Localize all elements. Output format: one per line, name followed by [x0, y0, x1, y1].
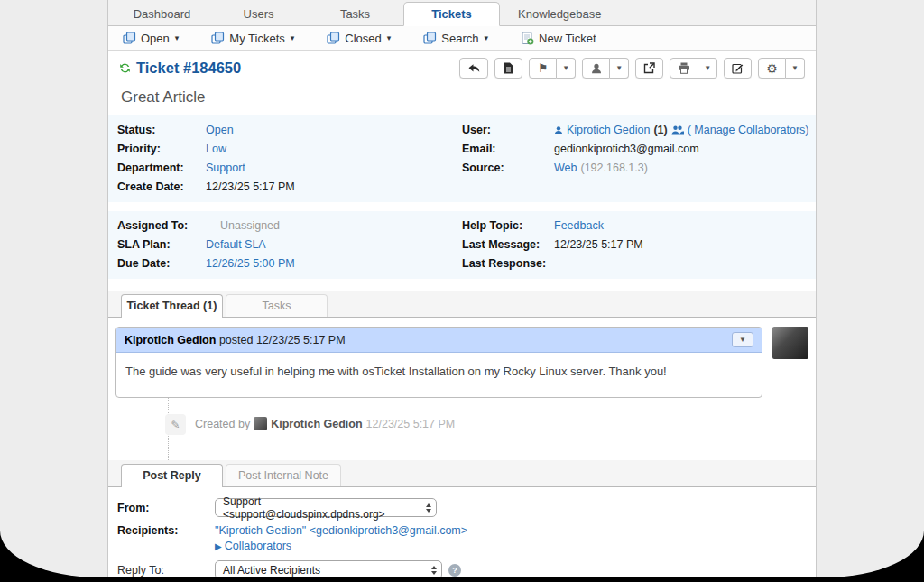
- reply-tab-strip: Post Reply Post Internal Note: [108, 460, 816, 487]
- source-ip: (192.168.1.3): [580, 159, 647, 178]
- ticket-header: Ticket #184650 ⚑ ▼ ▼ ▼ ⚙ ▼: [108, 51, 816, 82]
- collaborators-link[interactable]: Collaborators: [225, 540, 291, 552]
- source-value-link[interactable]: Web: [554, 159, 577, 178]
- user-ticket-count: (1): [653, 121, 667, 140]
- details-right-column: User: Kiprotich Gedion (1) ( Manage Coll…: [462, 121, 807, 197]
- event-spacer: [116, 435, 808, 460]
- recipients-label: Recipients:: [117, 524, 215, 537]
- reply-button[interactable]: [459, 58, 488, 79]
- priority-value-link[interactable]: Low: [206, 140, 226, 159]
- edit-button[interactable]: [724, 58, 752, 79]
- reply-to-select[interactable]: All Active Recipients: [215, 560, 442, 577]
- gear-icon: ⚙: [766, 62, 778, 75]
- assign-user-button[interactable]: [582, 58, 610, 79]
- toolbar-new-ticket-label: New Ticket: [539, 32, 596, 45]
- recipients-row: Recipients: "Kiprotich Gedion" <gedionki…: [117, 524, 816, 537]
- more-button-group: ⚙ ▼: [758, 58, 805, 79]
- from-select-value: Support <support@cloudspinx.dpdns.org>: [223, 495, 419, 521]
- refresh-icon[interactable]: [119, 62, 131, 74]
- last-message-label: Last Message:: [462, 236, 554, 254]
- from-label: From:: [117, 502, 215, 514]
- tickets-toolbar: Open ▾ My Tickets ▾ Closed ▾ Search ▾ Ne…: [108, 26, 816, 51]
- nav-tab-knowledgebase[interactable]: Knowledgebase: [500, 3, 620, 25]
- nav-tab-tasks[interactable]: Tasks: [307, 3, 403, 25]
- tab-post-reply[interactable]: Post Reply: [121, 464, 223, 487]
- status-value-link[interactable]: Open: [206, 121, 234, 140]
- reply-arrow-icon: [467, 63, 480, 74]
- nav-tab-tickets[interactable]: Tickets: [403, 2, 500, 26]
- user-name-link[interactable]: Kiprotich Gedion: [567, 121, 650, 140]
- sla-plan-label: SLA Plan:: [117, 236, 206, 254]
- collaborators-group-icon: [671, 125, 684, 135]
- printer-icon: [678, 62, 690, 74]
- reply-to-row: Reply To: All Active Recipients ?: [117, 560, 816, 577]
- assign-button-group: ▼: [582, 58, 629, 79]
- nav-tab-dashboard[interactable]: Dashboard: [114, 3, 210, 25]
- toolbar-new-ticket-button[interactable]: New Ticket: [521, 32, 596, 45]
- toolbar-open-menu[interactable]: Open ▾: [123, 32, 179, 45]
- email-value: gedionkiprotich3@gmail.com: [554, 140, 699, 159]
- tickets-stack-icon: [423, 32, 437, 44]
- export-button[interactable]: [635, 58, 663, 79]
- settings-button[interactable]: ⚙: [758, 58, 786, 79]
- sla-plan-value-link[interactable]: Default SLA: [206, 236, 266, 254]
- person-icon: [591, 63, 602, 74]
- ticket-subject: Great Article: [108, 82, 816, 115]
- source-label: Source:: [462, 159, 554, 178]
- flag-dropdown-caret[interactable]: ▼: [557, 58, 576, 79]
- nav-tab-users[interactable]: Users: [210, 3, 307, 25]
- chevron-down-icon: ▾: [175, 33, 180, 42]
- toolbar-search-label: Search: [441, 32, 478, 45]
- flag-button[interactable]: ⚑: [529, 58, 557, 79]
- assign-dropdown-caret[interactable]: ▼: [610, 58, 629, 79]
- screenshot-root: { "nav": { "tabs": [ {"label": "Dashboar…: [0, 0, 924, 582]
- settings-dropdown-caret[interactable]: ▼: [786, 58, 805, 79]
- toolbar-search-menu[interactable]: Search ▾: [423, 32, 488, 45]
- print-dropdown-caret[interactable]: ▼: [698, 58, 717, 79]
- help-topic-label: Help Topic:: [462, 217, 554, 236]
- thread-message-header: Kiprotich Gedion posted 12/23/25 5:17 PM…: [116, 328, 762, 353]
- ticket-action-buttons: ⚑ ▼ ▼ ▼ ⚙ ▼: [459, 58, 805, 79]
- reply-to-select-value: All Active Recipients: [223, 564, 320, 577]
- tab-tasks[interactable]: Tasks: [226, 294, 328, 317]
- ticket-number-title: Ticket #184650: [136, 60, 241, 77]
- flag-button-group: ⚑ ▼: [529, 58, 576, 79]
- tab-ticket-thread[interactable]: Ticket Thread (1): [121, 294, 223, 318]
- reply-to-label: Reply To:: [117, 564, 215, 577]
- priority-label: Priority:: [117, 140, 206, 159]
- thread-options-caret[interactable]: ▼: [732, 332, 753, 347]
- created-by-name: Kiprotich Gedion: [271, 418, 362, 430]
- thread-entry: Kiprotich Gedion posted 12/23/25 5:17 PM…: [116, 327, 808, 398]
- post-note-button[interactable]: [494, 58, 522, 79]
- status-label: Status:: [117, 121, 206, 140]
- from-select[interactable]: Support <support@cloudspinx.dpdns.org>: [215, 498, 437, 517]
- help-topic-value-link[interactable]: Feedback: [554, 217, 604, 236]
- user-avatar-photo: [772, 327, 808, 359]
- department-value-link[interactable]: Support: [206, 159, 245, 178]
- assigned-to-value: — Unassigned —: [206, 217, 294, 236]
- ticket-details-table: Status:Open Priority:Low Department:Supp…: [108, 115, 816, 202]
- assignment-left-column: Assigned To:— Unassigned — SLA Plan:Defa…: [117, 217, 462, 273]
- edit-pencil-icon: [732, 62, 744, 74]
- create-date-value: 12/23/25 5:17 PM: [206, 178, 295, 197]
- tickets-stack-icon: [327, 32, 340, 44]
- tab-post-internal-note[interactable]: Post Internal Note: [226, 464, 341, 486]
- print-button[interactable]: [670, 58, 698, 79]
- user-icon: [554, 125, 563, 135]
- due-date-value-link[interactable]: 12/26/25 5:00 PM: [206, 254, 295, 273]
- triangle-right-icon: ▶: [215, 541, 222, 551]
- last-response-label: Last Response:: [462, 254, 554, 273]
- new-ticket-icon: [521, 32, 534, 45]
- help-question-icon[interactable]: ?: [448, 564, 461, 577]
- toolbar-closed-menu[interactable]: Closed ▾: [327, 32, 391, 45]
- assignment-right-column: Help Topic:Feedback Last Message:12/23/2…: [462, 217, 807, 273]
- tickets-stack-icon: [123, 32, 136, 44]
- flag-icon: ⚑: [538, 62, 549, 74]
- toolbar-my-tickets-menu[interactable]: My Tickets ▾: [211, 32, 294, 45]
- collaborators-row: ▶Collaborators: [215, 540, 816, 552]
- chevron-down-icon: ▾: [291, 33, 295, 42]
- department-label: Department:: [117, 159, 206, 178]
- created-by-prefix: Created by: [195, 418, 250, 430]
- manage-collaborators-link[interactable]: ( Manage Collaborators): [688, 121, 809, 140]
- toolbar-closed-label: Closed: [345, 32, 381, 45]
